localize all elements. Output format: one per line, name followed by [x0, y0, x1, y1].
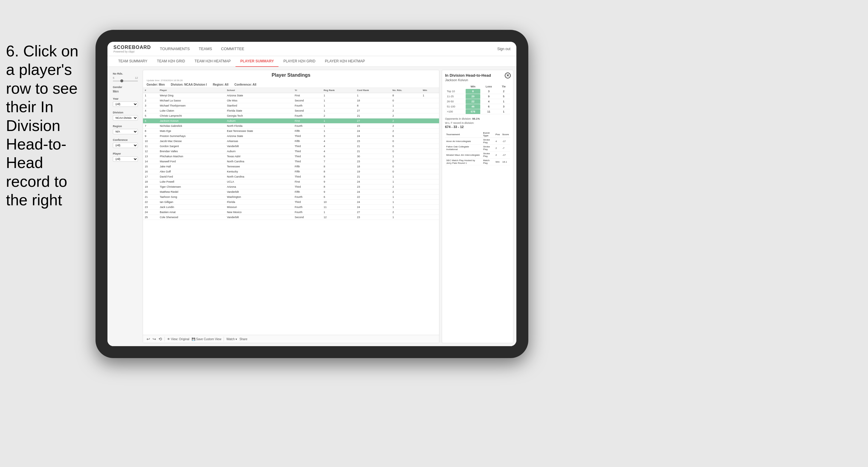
cell-yr: Third — [293, 159, 322, 164]
table-row[interactable]: 2 Michael La Sasso Ole Miss Second 1 18 … — [143, 98, 439, 103]
tournament-row: SEC Match Play Hosted by Jerry Pate Roun… — [445, 158, 510, 165]
cell-win — [421, 98, 439, 103]
cell-num: 19 — [143, 184, 158, 189]
tab-player-summary[interactable]: PLAYER SUMMARY — [236, 56, 278, 67]
division-select[interactable]: NCAA Division I — [113, 115, 138, 121]
undo-button[interactable]: ↩ — [147, 337, 150, 341]
cell-conf: 8 — [355, 103, 391, 108]
table-row[interactable]: 8 Mats Ege East Tennessee State Fifth 1 … — [143, 129, 439, 134]
table-row[interactable]: 12 Brendan Valles Auburn Third 4 21 0 — [143, 149, 439, 154]
cell-reg: 1 — [322, 93, 355, 98]
sign-out-button[interactable]: Sign out — [497, 47, 510, 51]
cell-conf: 30 — [355, 154, 391, 159]
table-row[interactable]: 10 Jacob Mac Diesse Arkansas Fifth 4 23 … — [143, 139, 439, 144]
table-row[interactable]: 11 Gordon Sargent Vanderbilt Third 4 21 … — [143, 144, 439, 149]
cell-rds: 0 — [391, 149, 421, 154]
nav-committee[interactable]: COMMITTEE — [221, 45, 244, 52]
table-row[interactable]: 21 Taehoon Song Washington Fourth 6 22 1 — [143, 194, 439, 199]
h2h-row: 11-25 20 9 5 — [445, 94, 510, 99]
table-row[interactable]: 19 Tiger Christensen Arizona Third 8 23 … — [143, 184, 439, 189]
nav-teams[interactable]: TEAMS — [199, 45, 212, 52]
table-row[interactable]: 16 Alex Goff Kentucky Fifth 8 19 0 — [143, 169, 439, 174]
cell-school: Arizona State — [225, 134, 293, 139]
table-row[interactable]: 14 Maxwell Ford North Carolina Third 7 2… — [143, 159, 439, 164]
table-row[interactable]: 15 Jake Hall Tennessee Fifth 8 18 0 — [143, 164, 439, 169]
cell-num: 25 — [143, 215, 158, 220]
filter-no-rds: No Rds. 6 12 — [113, 72, 138, 82]
cell-rds: 8 — [391, 93, 421, 98]
table-row[interactable]: 18 Luke Powell UCLA First 9 24 1 — [143, 179, 439, 184]
cell-school: Kentucky — [225, 169, 293, 174]
year-select[interactable]: (All) — [113, 101, 138, 107]
h2h-loss: 4 — [480, 99, 497, 104]
table-row[interactable]: 22 Ian Gilligan Florida Third 10 24 1 — [143, 199, 439, 205]
cell-player: Luke Powell — [158, 179, 225, 184]
tab-team-summary[interactable]: TEAM SUMMARY — [114, 56, 152, 66]
cell-conf: 27 — [355, 210, 391, 215]
table-row[interactable]: 23 Jack Lundin Missouri Fourth 11 24 1 — [143, 205, 439, 210]
col-score: Score — [501, 131, 510, 138]
cell-player: Jack Lundin — [158, 205, 225, 210]
h2h-close-button[interactable]: ✕ — [505, 72, 511, 79]
tournament-row: Mirabel Maui Jim Intercollegiate Stroke … — [445, 152, 510, 158]
toolbar-separator-1 — [164, 337, 165, 341]
cell-yr: Fourth — [293, 210, 322, 215]
cell-win — [421, 179, 439, 184]
table-row[interactable]: 3 Michael Thorbjornsen Stanford Fourth 1… — [143, 103, 439, 108]
conference-select[interactable]: (All) — [113, 143, 138, 148]
tournament-score: -17 — [501, 138, 510, 145]
filter-player: Player (All) — [113, 152, 138, 162]
cell-yr: Fifth — [293, 129, 322, 134]
h2h-range: 11-25 — [445, 94, 466, 99]
cell-player: Luke Claton — [158, 108, 225, 114]
cell-conf: 18 — [355, 164, 391, 169]
col-event-type: Event Type — [482, 131, 494, 138]
table-row[interactable]: 1 Wenyi Ding Arizona State First 1 1 8 1 — [143, 93, 439, 98]
h2h-record-label: W-L-T record in-division: — [445, 121, 510, 124]
tab-player-h2h-grid[interactable]: PLAYER H2H GRID — [278, 56, 320, 66]
table-row[interactable]: 7 Nicholas Gabrelick North Florida Fourt… — [143, 124, 439, 129]
tab-team-h2h-grid[interactable]: TEAM H2H GRID — [152, 56, 190, 66]
gender-filter: Gender: Men — [147, 83, 165, 86]
share-button[interactable]: Share — [239, 338, 247, 341]
player-select[interactable]: (All) — [113, 156, 138, 162]
player-label: Player — [113, 152, 138, 155]
no-rds-slider[interactable] — [113, 81, 138, 82]
tab-team-h2h-heatmap[interactable]: TEAM H2H HEATMAP — [190, 56, 236, 66]
cell-yr: First — [293, 179, 322, 184]
col-school: School — [225, 88, 293, 93]
filters-panel: No Rds. 6 12 Gender Men Year — [111, 70, 140, 343]
tab-player-h2h-heatmap[interactable]: PLAYER H2H HEATMAP — [320, 56, 370, 66]
table-row[interactable]: 13 Phichakun Maichon Texas A&M Third 6 3… — [143, 154, 439, 159]
cell-conf: 21 — [355, 174, 391, 179]
table-row[interactable]: 4 Luke Claton Florida State Second 1 27 … — [143, 108, 439, 114]
cell-school: Vanderbilt — [225, 144, 293, 149]
cell-conf: 23 — [355, 159, 391, 164]
cell-conf: 21 — [355, 144, 391, 149]
refresh-button[interactable]: ⟲ — [158, 337, 162, 341]
standings-filter-row: Gender: Men Division: NCAA Division I Re… — [147, 83, 435, 86]
cell-reg: 11 — [322, 205, 355, 210]
cell-yr: Third — [293, 174, 322, 179]
no-rds-max: 12 — [135, 76, 138, 80]
table-row[interactable]: 9 Preston Summerhays Arizona State Third… — [143, 134, 439, 139]
table-row[interactable]: 24 Bastien Amat New Mexico Fourth 1 27 2 — [143, 210, 439, 215]
table-row[interactable]: 6 Jackson Koivun Auburn First 1 27 2 — [143, 119, 439, 124]
region-select[interactable]: N/A — [113, 129, 138, 134]
table-row[interactable]: 25 Cole Sherwood Vanderbilt Second 12 23… — [143, 215, 439, 220]
nav-tournaments[interactable]: TOURNAMENTS — [160, 45, 190, 52]
standings-title: Player Standings — [147, 72, 435, 78]
cell-win — [421, 114, 439, 119]
watch-button[interactable]: Watch ▾ — [226, 338, 237, 341]
cell-win — [421, 194, 439, 199]
save-custom-view-button[interactable]: 💾 Save Custom View — [192, 338, 221, 341]
table-row[interactable]: 17 David Ford North Carolina Third 8 21 … — [143, 174, 439, 179]
table-row[interactable]: 5 Christo Lamprecht Georgia Tech Fourth … — [143, 114, 439, 119]
cell-num: 20 — [143, 189, 158, 194]
h2h-record-value: 674 - 33 - 12 — [445, 125, 510, 129]
table-row[interactable]: 20 Matthew Riedel Vanderbilt Fifth 9 24 … — [143, 189, 439, 194]
view-original-button[interactable]: 👁 View: Original — [167, 338, 189, 341]
h2h-opponents-label: Opponents in division: 98.1% — [445, 117, 510, 120]
cell-yr: First — [293, 93, 322, 98]
redo-button[interactable]: ↪ — [153, 337, 156, 341]
